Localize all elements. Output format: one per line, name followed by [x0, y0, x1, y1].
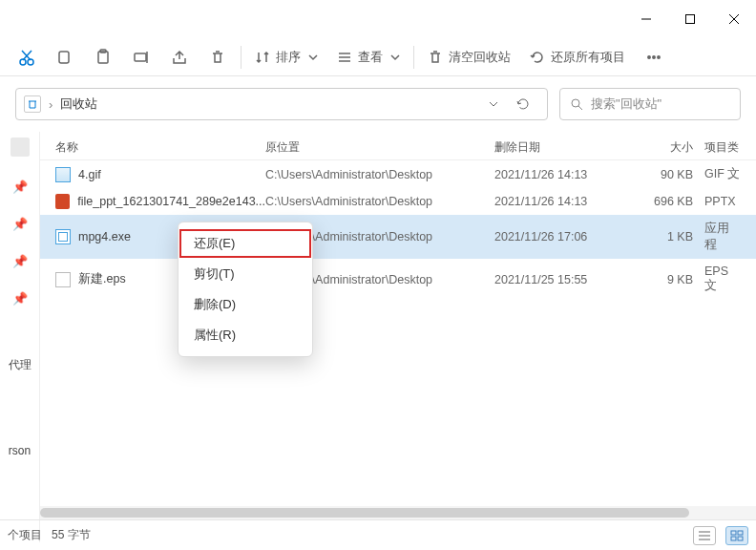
svg-line-20 [578, 106, 582, 110]
pin-icon[interactable]: 📌 [12, 217, 28, 231]
ctx-delete[interactable]: 删除(D) [178, 289, 312, 320]
file-date: 2021/11/25 15:55 [494, 273, 638, 286]
file-type: GIF 文 [704, 166, 741, 182]
svg-point-19 [572, 99, 579, 107]
file-type: PPTX [704, 195, 741, 208]
col-name[interactable]: 名称 [55, 139, 265, 156]
svg-rect-11 [135, 53, 146, 61]
main-area: 📌 📌 📌 📌 代理 rson 名称 原位置 删除日期 大小 项目类 4.gif… [0, 132, 756, 542]
file-size: 9 KB [638, 273, 704, 286]
file-row[interactable]: 新建.eps C:\Users\Administrator\Desktop 20… [40, 259, 756, 300]
refresh-button[interactable] [507, 88, 539, 120]
col-size[interactable]: 大小 [638, 139, 704, 156]
context-menu: 还原(E) 剪切(T) 删除(D) 属性(R) [178, 222, 313, 357]
breadcrumb-separator: › [49, 97, 52, 112]
file-name: mpg4.exe [78, 230, 131, 243]
svg-point-18 [658, 55, 660, 57]
svg-rect-26 [731, 537, 736, 540]
horizontal-scrollbar[interactable] [40, 506, 756, 519]
svg-rect-27 [738, 537, 743, 540]
more-button[interactable] [635, 40, 673, 74]
trash-icon [428, 50, 443, 65]
file-size: 90 KB [638, 168, 704, 181]
ctx-cut[interactable]: 剪切(T) [178, 259, 312, 289]
restore-icon [530, 50, 545, 65]
pin-icon[interactable]: 📌 [12, 254, 28, 268]
chevron-down-icon[interactable] [488, 98, 499, 110]
rail-label: 代理 [9, 357, 32, 373]
file-pane: 名称 原位置 删除日期 大小 项目类 4.gif C:\Users\Admini… [40, 132, 756, 542]
file-name: 新建.eps [78, 271, 126, 287]
cut-icon[interactable] [8, 40, 46, 74]
search-icon [570, 97, 583, 111]
toolbar: 排序 查看 清空回收站 还原所有项目 [0, 38, 756, 76]
separator [413, 46, 414, 69]
copy-icon[interactable] [46, 40, 84, 74]
status-bar: 个项目 55 字节 [0, 519, 756, 550]
breadcrumb[interactable]: › 回收站 [15, 88, 548, 120]
ctx-restore[interactable]: 还原(E) [178, 228, 312, 259]
close-button[interactable] [712, 0, 756, 38]
chevron-down-icon [390, 53, 400, 62]
col-origloc[interactable]: 原位置 [265, 139, 494, 156]
pin-icon[interactable]: 📌 [12, 291, 28, 306]
exe-file-icon [55, 229, 71, 244]
view-grid-button[interactable] [725, 526, 748, 545]
share-icon[interactable] [160, 40, 199, 74]
view-label: 查看 [358, 49, 383, 66]
file-row[interactable]: mpg4.exe C:\Users\Administrator\Desktop … [40, 215, 756, 259]
view-icon [337, 50, 352, 65]
file-row[interactable]: file_ppt_1621301741_289e2e143... C:\User… [40, 188, 756, 215]
scrollbar-thumb[interactable] [40, 508, 689, 518]
rename-icon[interactable] [122, 40, 160, 74]
restoreall-label: 还原所有项目 [551, 49, 625, 66]
paste-icon[interactable] [84, 40, 122, 74]
file-date: 2021/11/26 17:06 [494, 230, 638, 243]
sort-button[interactable]: 排序 [245, 40, 327, 74]
file-loc: C:\Users\Administrator\Desktop [265, 195, 494, 208]
delete-icon[interactable] [199, 40, 237, 74]
search-input[interactable]: 搜索"回收站" [559, 88, 741, 120]
sort-label: 排序 [276, 49, 301, 66]
file-name: 4.gif [78, 168, 101, 181]
ctx-properties[interactable]: 属性(R) [178, 320, 312, 350]
breadcrumb-location: 回收站 [60, 95, 97, 113]
view-button[interactable]: 查看 [327, 40, 410, 74]
left-rail: 📌 📌 📌 📌 代理 rson [0, 132, 40, 542]
col-type[interactable]: 项目类 [704, 139, 741, 156]
file-row[interactable]: 4.gif C:\Users\Administrator\Desktop 202… [40, 160, 756, 188]
ppt-file-icon [55, 194, 70, 209]
recyclebin-icon [24, 95, 41, 113]
maximize-button[interactable] [668, 0, 712, 38]
file-date: 2021/11/26 14:13 [494, 168, 638, 181]
svg-point-17 [653, 55, 655, 57]
svg-rect-24 [731, 531, 736, 535]
file-type: EPS 文 [704, 264, 741, 294]
image-file-icon [55, 167, 71, 182]
sort-icon [255, 50, 270, 65]
file-name: file_ppt_1621301741_289e2e143... [77, 195, 265, 208]
search-placeholder: 搜索"回收站" [591, 95, 662, 113]
file-rows: 4.gif C:\Users\Administrator\Desktop 202… [40, 160, 756, 300]
col-deldate[interactable]: 删除日期 [494, 139, 638, 156]
empty-label: 清空回收站 [449, 49, 511, 66]
svg-rect-9 [98, 52, 108, 63]
restore-all-button[interactable]: 还原所有项目 [520, 40, 635, 74]
empty-recyclebin-button[interactable]: 清空回收站 [418, 40, 520, 74]
rail-label: rson [9, 444, 31, 457]
status-items: 个项目 [8, 527, 42, 543]
svg-rect-1 [686, 15, 695, 24]
column-headers: 名称 原位置 删除日期 大小 项目类 [40, 132, 756, 160]
separator [241, 46, 242, 69]
pin-icon[interactable]: 📌 [12, 180, 28, 194]
rail-slot [10, 138, 30, 157]
chevron-down-icon [308, 53, 318, 62]
titlebar [0, 0, 756, 38]
file-loc: C:\Users\Administrator\Desktop [265, 168, 494, 181]
svg-point-16 [648, 55, 650, 57]
file-size: 696 KB [638, 195, 704, 208]
svg-rect-25 [738, 531, 743, 535]
file-date: 2021/11/26 14:13 [494, 195, 638, 208]
minimize-button[interactable] [624, 0, 668, 38]
view-details-button[interactable] [693, 526, 716, 545]
